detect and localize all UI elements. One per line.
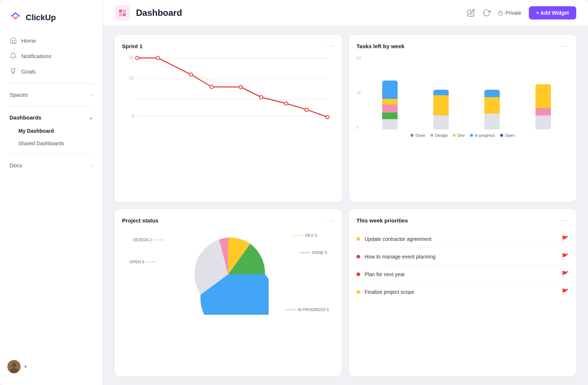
pie-label-design-text: DESIGN 2 [133,238,152,242]
priority-item-1: Update contractor agreement 🚩 [356,230,569,248]
refresh-icon[interactable] [483,9,491,17]
bell-icon [10,52,17,60]
priorities-widget-title: This week priorities [356,217,408,224]
priority-item-4: Finalize project scope 🚩 [356,283,569,300]
priority-text-1: Update contractor agreement [365,236,431,242]
priority-text-3: Plan for next year [365,271,405,277]
bar-legend: Done Design Dev In progress Open [356,133,569,138]
svg-rect-9 [119,13,122,16]
svg-text:0: 0 [132,113,134,118]
divider-1 [9,83,94,83]
svg-marker-0 [10,13,21,17]
priorities-widget-header: This week priorities ··· [356,217,569,224]
priority-text-2: How to manage event planning [365,254,435,260]
page-title: Dashboard [136,8,182,18]
legend-done: Done [410,133,425,138]
legend-open: Open [500,133,515,138]
tasks-widget-title: Tasks left by week [356,43,405,49]
sidebar-item-docs[interactable]: Docs › [4,158,98,172]
project-status-title: Project status [122,217,158,224]
page-header: Dashboard Private + Ad [103,0,588,26]
edit-icon[interactable] [467,9,475,17]
pie-chart-svg [188,234,269,315]
shared-dashboards-label: Shared Dashboards [18,140,64,146]
sidebar-item-my-dashboard[interactable]: My Dashboard [4,125,98,137]
bar-group-4 [521,60,565,129]
pie-line-done [300,253,311,253]
svg-rect-11 [499,13,503,15]
home-icon [10,37,17,44]
main-nav: Home Notifications Goals [0,33,103,79]
chevron-down-icon: ▾ [24,364,27,370]
lock-icon [498,10,503,15]
bar-group-3 [470,60,514,129]
pie-line-inprogress [285,310,296,310]
project-status-menu[interactable]: ··· [327,217,334,224]
header-left: Dashboard [115,5,182,21]
priority-list: Update contractor agreement 🚩 How to man… [356,230,569,300]
priority-dot-2 [356,255,360,259]
priority-item-4-left: Finalize project scope [356,289,414,295]
pie-label-dev-text: DEV 3 [305,233,317,238]
project-status-widget: Project status ··· [115,209,342,376]
pie-label-dev: DEV 3 [293,233,317,238]
tasks-widget-menu[interactable]: ··· [561,42,569,50]
priority-item-2: How to manage event planning 🚩 [356,248,569,265]
sprint-chart: 20 10 0 [122,56,334,129]
add-widget-button[interactable]: + Add Widget [529,6,576,19]
pie-label-design: DESIGN 2 [133,238,164,242]
logo: ClickUp [0,7,103,33]
svg-point-27 [305,108,308,111]
spaces-label: Spaces [10,92,28,98]
privacy-badge[interactable]: Private [498,10,521,16]
tasks-widget-header: Tasks left by week ··· [356,42,569,50]
sprint-widget-title: Sprint 1 [122,43,143,49]
svg-point-25 [260,96,263,99]
docs-chevron-right-icon: › [92,163,93,168]
docs-label: Docs [10,162,22,168]
sidebar-item-spaces[interactable]: Spaces › [4,88,98,101]
my-dashboard-label: My Dashboard [18,128,54,134]
nav-label-home: Home [21,38,36,44]
legend-in-progress: In progress [470,133,495,138]
svg-text:20: 20 [129,55,134,60]
priority-item-1-left: Update contractor agreement [356,236,431,242]
priority-item-2-left: How to manage event planning [356,254,435,260]
priority-dot-1 [356,237,360,241]
priorities-widget: This week priorities ··· Update contract… [349,209,576,376]
nav-label-notifications: Notifications [21,53,51,59]
svg-point-26 [284,102,288,105]
sidebar: ClickUp Home Notifications [0,0,103,385]
sprint-widget-menu[interactable]: ··· [327,42,334,50]
spaces-section: Spaces › [0,88,103,101]
priority-dot-4 [356,290,360,294]
dashboards-chevron-down-icon: ⌄ [89,115,93,120]
dashboards-label: Dashboards [10,114,42,121]
nav-item-goals[interactable]: Goals [4,64,98,79]
priorities-widget-menu[interactable]: ··· [561,217,569,224]
pie-line-dev [293,235,304,236]
sprint-chart-svg: 20 10 0 [122,56,334,122]
user-footer[interactable]: ▾ [0,356,103,378]
main-content: Dashboard Private + Ad [103,0,588,385]
pie-line-open [146,262,157,262]
legend-design: Design [430,133,448,138]
project-status-header: Project status ··· [122,217,334,224]
priority-flag-3: 🚩 [562,271,569,278]
sidebar-item-dashboards[interactable]: Dashboards ⌄ [4,111,98,124]
pie-label-open: OPEN 6 [129,260,157,264]
sidebar-item-shared-dashboards[interactable]: Shared Dashboards [4,138,98,149]
svg-point-24 [239,85,242,89]
bar-group-1 [368,60,412,129]
clickup-logo-icon [9,11,22,24]
nav-item-home[interactable]: Home [4,33,98,48]
pie-label-done: DONE 5 [300,250,327,255]
nav-item-notifications[interactable]: Notifications [4,49,98,63]
dashboard-grid-icon [118,8,127,17]
divider-2 [9,106,94,106]
svg-rect-10 [123,13,126,16]
svg-point-5 [12,363,16,367]
pie-label-done-text: DONE 5 [312,250,327,255]
svg-point-22 [189,73,193,76]
pie-line-design [153,240,164,240]
